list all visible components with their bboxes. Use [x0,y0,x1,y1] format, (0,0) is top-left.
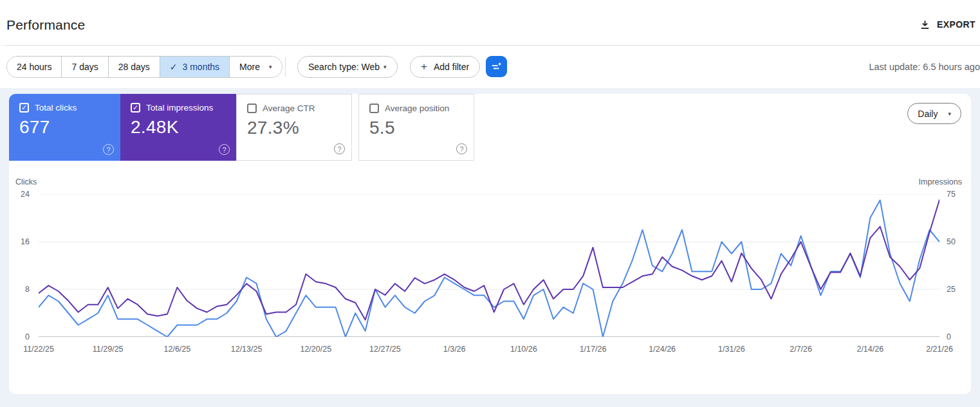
checkbox-unchecked-icon[interactable] [369,104,379,113]
x-axis-labels: 11/22/2511/29/2512/6/2512/13/2512/20/251… [39,345,939,357]
filter-bar: 24 hours 7 days 28 days ✓ 3 months More … [0,46,980,88]
date-range-more-dropdown[interactable]: More ▾ [230,57,281,77]
help-icon[interactable]: ? [456,143,467,154]
date-range-chip-group: 24 hours 7 days 28 days ✓ 3 months More … [6,56,282,78]
metric-card-total-impressions[interactable]: ✓ Total impressions 2.48K ? [120,94,236,161]
metric-value: 27.3% [247,118,344,138]
date-range-24-hours[interactable]: 24 hours [7,57,62,77]
metric-cards-row: ✓ Total clicks 677 ? ✓ Total impressions… [9,94,474,161]
date-range-7-days[interactable]: 7 days [62,57,108,77]
plus-icon: + [421,60,427,73]
filter-tune-sparkle-button[interactable] [486,56,507,77]
add-filter-button[interactable]: + Add filter [410,56,480,78]
export-button[interactable]: EXPORT [920,15,975,33]
chevron-down-icon: ▾ [384,64,387,70]
left-axis-ticks: 241680 [9,194,33,337]
help-icon[interactable]: ? [103,144,114,155]
filterbar-divider [285,57,286,77]
metric-value: 677 [19,117,113,138]
right-axis-title: Impressions [919,177,962,186]
search-type-dropdown[interactable]: Search type: Web ▾ [297,56,398,78]
check-icon: ✓ [170,62,178,72]
page-title: Performance [6,17,85,33]
download-icon [920,19,930,30]
left-axis-title: Clicks [15,177,37,186]
performance-panel: ✓ Total clicks 677 ? ✓ Total impressions… [9,94,971,394]
metric-card-average-ctr[interactable]: Average CTR 27.3% ? [236,94,352,161]
granularity-dropdown[interactable]: Daily ▾ [907,103,961,124]
help-icon[interactable]: ? [219,144,230,155]
help-icon[interactable]: ? [334,143,345,154]
checkbox-checked-icon[interactable]: ✓ [19,103,29,113]
tune-sparkle-icon [490,60,503,73]
export-label: EXPORT [937,19,975,30]
chevron-down-icon: ▾ [948,111,951,117]
last-update-text: Last update: 6.5 hours ago [869,62,980,72]
checkbox-unchecked-icon[interactable] [247,104,257,113]
chart-plot-area[interactable] [39,194,939,337]
checkbox-checked-icon[interactable]: ✓ [131,103,140,113]
date-range-28-days[interactable]: 28 days [109,57,160,77]
chevron-down-icon: ▾ [269,64,272,70]
metric-card-total-clicks[interactable]: ✓ Total clicks 677 ? [9,94,120,161]
header-bar: Performance EXPORT [0,0,980,45]
performance-chart[interactable]: Clicks Impressions 241680 7550250 11/22/… [9,170,971,388]
series-clicks-line [39,200,939,337]
metric-value: 2.48K [131,117,228,138]
date-range-3-months[interactable]: ✓ 3 months [160,57,230,77]
right-axis-ticks: 7550250 [940,194,963,337]
metric-value: 5.5 [369,118,466,138]
metric-card-average-position[interactable]: Average position 5.5 ? [358,94,474,161]
